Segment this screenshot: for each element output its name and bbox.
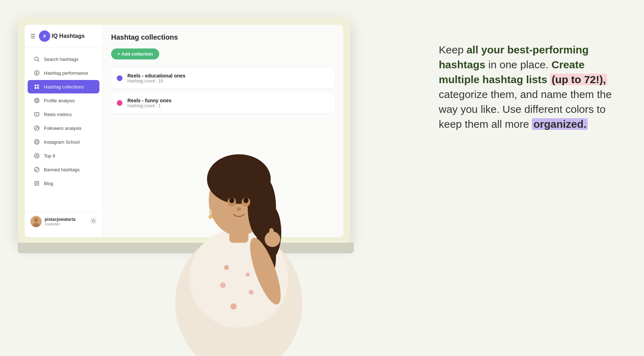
- logo-icon: #: [39, 30, 50, 42]
- svg-line-1: [38, 60, 39, 61]
- add-collection-button[interactable]: + Add collection: [111, 48, 159, 59]
- instagram-school-icon: [33, 138, 40, 145]
- svg-rect-5: [37, 85, 39, 86]
- svg-point-15: [35, 154, 39, 158]
- svg-rect-14: [36, 141, 38, 143]
- svg-point-49: [209, 215, 212, 219]
- sidebar-item-banned-hashtags[interactable]: Banned hashtags: [28, 163, 99, 176]
- logo-text: IQ Hashtags: [52, 33, 85, 39]
- sidebar-label-followers-analysis: Followers analysis: [44, 126, 81, 131]
- sidebar-label-reels-metrics: Reels metrics: [44, 112, 72, 117]
- sidebar-item-profile-analysis[interactable]: Profile analysis: [28, 94, 99, 107]
- text-highlight-purple: organized.: [532, 118, 588, 130]
- svg-point-45: [230, 303, 237, 310]
- sidebar-label-hashtag-performance: Hashtag performance: [44, 70, 88, 76]
- collection-dot-1: [117, 100, 122, 106]
- sidebar-footer: pistacjowatarta marketer: [25, 211, 102, 231]
- person-image: [142, 108, 336, 356]
- user-info: pistacjowatarta marketer: [30, 216, 75, 227]
- text-intro: Keep: [439, 44, 466, 56]
- svg-marker-11: [36, 114, 38, 115]
- sidebar-item-hashtag-performance[interactable]: # Hashtag performance: [28, 66, 99, 80]
- sidebar-nav: Search hashtags # Hashtag performance: [25, 52, 102, 211]
- collection-count-1: Hashtag count : 1: [127, 103, 171, 108]
- sidebar-label-instagram-school: Instagram School: [44, 139, 80, 145]
- svg-point-24: [34, 218, 38, 222]
- collection-info-1: Reels - funny ones Hashtag count : 1: [127, 98, 171, 108]
- svg-line-18: [35, 168, 39, 171]
- sidebar-item-followers-analysis[interactable]: Followers analysis: [28, 121, 99, 135]
- svg-point-43: [220, 282, 226, 288]
- banned-hashtags-icon: [33, 166, 40, 173]
- top9-icon: [33, 152, 40, 159]
- page-title: Hashtag collections: [111, 33, 335, 41]
- sidebar-item-hashtag-collections[interactable]: Hashtag collections: [28, 80, 99, 93]
- svg-point-13: [35, 140, 39, 144]
- sidebar-header: ☰ # IQ Hashtags: [25, 30, 102, 48]
- svg-point-26: [92, 220, 94, 222]
- sidebar-item-top9[interactable]: Top 9: [28, 149, 99, 162]
- sidebar: ☰ # IQ Hashtags: [25, 25, 103, 237]
- collection-item-0[interactable]: Reels - educational ones Hashtag count :…: [111, 68, 335, 88]
- sidebar-item-instagram-school[interactable]: Instagram School: [28, 135, 99, 149]
- sidebar-item-search[interactable]: Search hashtags: [28, 52, 99, 66]
- sidebar-item-reels-metrics[interactable]: Reels metrics: [28, 108, 99, 121]
- collection-name-0: Reels - educational ones: [127, 73, 185, 79]
- text-highlight-pink: (up to 72!),: [550, 74, 607, 85]
- svg-rect-4: [35, 85, 36, 86]
- avatar: [30, 216, 42, 227]
- sidebar-label-banned-hashtags: Banned hashtags: [44, 167, 80, 172]
- collection-count-0: Hashtag count : 19: [127, 79, 185, 84]
- reels-metrics-icon: [33, 111, 40, 118]
- svg-text:#: #: [36, 71, 38, 75]
- svg-point-44: [249, 290, 254, 295]
- text-section: Keep all your best-performing hashtags i…: [439, 42, 623, 132]
- svg-point-38: [243, 197, 248, 203]
- hamburger-icon[interactable]: ☰: [30, 33, 35, 40]
- svg-point-8: [35, 98, 39, 103]
- svg-point-47: [224, 265, 229, 270]
- sidebar-label-profile-analysis: Profile analysis: [44, 98, 75, 103]
- page-wrapper: ☰ # IQ Hashtags: [0, 0, 644, 356]
- svg-point-39: [237, 207, 241, 211]
- collection-list: Reels - educational ones Hashtag count :…: [111, 68, 335, 113]
- svg-point-37: [229, 197, 234, 203]
- collection-dot-0: [117, 75, 122, 81]
- blog-icon: [33, 180, 40, 187]
- collection-name-1: Reels - funny ones: [127, 98, 171, 103]
- hashtag-collections-icon: [33, 83, 40, 90]
- sidebar-item-blog[interactable]: Blog: [28, 177, 99, 190]
- svg-rect-6: [35, 87, 36, 89]
- profile-analysis-icon: [33, 97, 40, 104]
- text-mid1: in one place.: [488, 59, 551, 70]
- settings-icon[interactable]: [90, 218, 97, 225]
- svg-rect-7: [37, 87, 39, 89]
- svg-point-48: [209, 210, 212, 216]
- sidebar-label-hashtag-collections: Hashtag collections: [44, 84, 84, 90]
- marketing-text: Keep all your best-performing hashtags i…: [439, 42, 623, 132]
- svg-point-46: [246, 272, 250, 277]
- sidebar-label-blog: Blog: [44, 181, 53, 186]
- svg-point-9: [36, 99, 38, 102]
- followers-analysis-icon: [33, 125, 40, 132]
- user-details: pistacjowatarta marketer: [45, 217, 75, 226]
- user-name: pistacjowatarta: [45, 217, 75, 222]
- collection-info-0: Reels - educational ones Hashtag count :…: [127, 73, 185, 84]
- user-role: marketer: [45, 222, 75, 226]
- search-icon: [33, 56, 40, 63]
- sidebar-label-top9: Top 9: [44, 153, 55, 159]
- hashtag-performance-icon: #: [33, 69, 40, 76]
- sidebar-label-search: Search hashtags: [44, 57, 79, 62]
